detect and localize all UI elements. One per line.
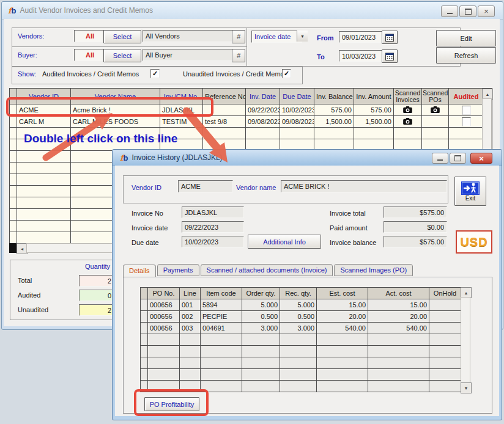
edit-button[interactable]: Edit bbox=[436, 30, 496, 46]
camera-icon bbox=[403, 118, 412, 125]
camera-icon bbox=[431, 106, 440, 113]
quantity-header: Quantity bbox=[85, 263, 110, 270]
table-row-empty bbox=[141, 369, 461, 381]
vendors-value-field[interactable]: All Vendors bbox=[143, 30, 237, 42]
total-label: Total bbox=[18, 277, 32, 284]
buyer-count-button[interactable]: # bbox=[232, 49, 245, 62]
col-inv-balance[interactable]: Inv. Balance bbox=[314, 89, 354, 104]
unaudited-value: 2 bbox=[79, 304, 114, 316]
col-item-code[interactable]: Item code bbox=[201, 288, 242, 299]
col-line[interactable]: Line bbox=[180, 288, 201, 299]
invoice-row-carl[interactable]: CARL M CARL MILES FOODS TESTIM test 9/8 … bbox=[10, 116, 492, 128]
to-date-field[interactable]: 10/03/2023 bbox=[339, 50, 385, 62]
po-scrollbar-track[interactable] bbox=[461, 297, 470, 384]
buyer-select-button[interactable]: Select bbox=[103, 49, 141, 62]
col-due-date[interactable]: Due Date bbox=[280, 89, 314, 104]
calendar-icon bbox=[385, 53, 394, 60]
vendors-select-button[interactable]: Select bbox=[103, 30, 141, 43]
vendor-name-field: ACME BRICK ! bbox=[281, 180, 447, 192]
vendor-id-label: Vendor ID bbox=[132, 184, 161, 191]
po-profitability-button[interactable]: PO Profitability bbox=[144, 397, 199, 411]
col-act-cost[interactable]: Act. cost bbox=[368, 288, 429, 299]
col-vendor-id[interactable]: Vendor ID bbox=[17, 89, 71, 104]
vendors-label: Vendors: bbox=[18, 32, 44, 40]
col-order-qty[interactable]: Order qty. bbox=[242, 288, 280, 299]
audited-checkbox-label: Audited Invoices / Credit Memos bbox=[42, 70, 139, 78]
unaudited-label: Unaudited bbox=[18, 306, 48, 313]
refresh-button[interactable]: Refresh bbox=[436, 47, 496, 64]
buyer-all-indicator: All bbox=[74, 49, 106, 61]
po-row[interactable]: 000656 001 5894 5.000 5.000 15.00 15.00 bbox=[141, 299, 461, 311]
unaudited-checkbox[interactable]: ✓ bbox=[282, 69, 291, 78]
invoice-balance-label: Invoice balance bbox=[330, 239, 376, 246]
scroll-up-icon: ▲ bbox=[464, 291, 469, 295]
minimize-button[interactable] bbox=[441, 5, 458, 17]
screen: fb Audit Vendor Invoices and Credit Memo… bbox=[0, 0, 504, 424]
maximize-icon bbox=[454, 155, 461, 161]
scroll-down-icon: ▼ bbox=[464, 386, 469, 390]
from-calendar-button[interactable] bbox=[382, 31, 398, 44]
tab-payments[interactable]: Payments bbox=[157, 264, 199, 276]
po-table-header-row: PO No. Line Item code Order qty. Rec. qt… bbox=[141, 288, 461, 299]
col-inv-cm-no[interactable]: Inv./CM No. bbox=[160, 89, 203, 104]
buyer-value-field[interactable]: All Buyer bbox=[143, 49, 237, 61]
audited-checkbox[interactable]: ✓ bbox=[150, 69, 160, 78]
invoice-total-field: $575.00 bbox=[384, 207, 447, 218]
to-calendar-button[interactable] bbox=[382, 49, 398, 63]
dialog-title: Invoice History (JDLASJKL) bbox=[132, 153, 223, 162]
dialog-title-bar: fb Invoice History (JDLASJKL) × bbox=[113, 150, 502, 166]
tab-scanned-documents-invoice[interactable]: Scanned / attached documents (Invoice) bbox=[201, 264, 333, 276]
exit-door-icon bbox=[461, 181, 480, 195]
col-onhold[interactable]: OnHold bbox=[429, 288, 461, 299]
invoice-no-label: Invoice No bbox=[132, 210, 163, 217]
table-row-empty bbox=[141, 346, 461, 357]
close-icon: × bbox=[484, 7, 489, 16]
calendar-icon bbox=[385, 34, 394, 42]
po-row[interactable]: 000656 003 004691 3.000 3.000 540.00 540… bbox=[141, 323, 461, 334]
maximize-button[interactable] bbox=[459, 5, 476, 17]
vendor-id-field: ACME bbox=[178, 180, 233, 192]
app-logo: fb bbox=[120, 153, 132, 163]
col-est-cost[interactable]: Est. cost bbox=[317, 288, 368, 299]
camera-icon bbox=[403, 106, 412, 113]
additional-info-button[interactable]: Additional Info bbox=[248, 235, 321, 249]
invoice-history-dialog: fb Invoice History (JDLASJKL) × Vendor I… bbox=[112, 149, 502, 420]
col-audited[interactable]: Audited bbox=[449, 89, 484, 104]
paid-amount-label: Paid amount bbox=[330, 224, 368, 232]
col-po-no[interactable]: PO No. bbox=[148, 288, 180, 299]
col-scanned-invoices[interactable]: Scanned Invoices bbox=[394, 89, 422, 104]
to-label: To bbox=[317, 53, 325, 60]
exit-button[interactable]: Exit bbox=[454, 177, 486, 206]
col-scanned-pos[interactable]: Scanned POs bbox=[422, 89, 449, 104]
from-date-field[interactable]: 09/01/2023 bbox=[339, 31, 385, 43]
vendors-count-button[interactable]: # bbox=[232, 30, 245, 43]
po-scroll-down-button[interactable]: ▼ bbox=[461, 382, 472, 393]
close-icon: × bbox=[479, 154, 484, 163]
scroll-up-icon: ▲ bbox=[486, 92, 490, 97]
close-button[interactable]: × bbox=[478, 5, 495, 17]
maximize-icon bbox=[465, 9, 472, 15]
from-label: From bbox=[317, 34, 334, 42]
vendors-all-indicator: All bbox=[74, 30, 106, 42]
chevron-down-icon: ▼ bbox=[300, 34, 305, 38]
grid-corner-block bbox=[9, 243, 17, 253]
date-type-combo[interactable]: Invoice date bbox=[251, 31, 302, 43]
col-inv-date[interactable]: Inv. Date bbox=[246, 89, 280, 104]
invoice-row-acme[interactable]: ACME Acme Brick ! JDLASJKL 09/22/2023 10… bbox=[10, 104, 492, 116]
col-rec-qty[interactable]: Rec. qty. bbox=[280, 288, 317, 299]
audited-row-checkbox[interactable] bbox=[462, 106, 471, 115]
col-inv-amount[interactable]: Inv. Amount bbox=[354, 89, 394, 104]
col-vendor-name[interactable]: Vendor Name bbox=[71, 89, 160, 104]
dialog-maximize-button[interactable] bbox=[450, 153, 466, 164]
date-type-combo-button[interactable]: ▼ bbox=[297, 31, 308, 42]
col-reference-no[interactable]: Reference No. bbox=[203, 89, 246, 104]
dialog-minimize-button[interactable] bbox=[432, 153, 448, 164]
app-logo: fb bbox=[8, 6, 20, 15]
paid-amount-field: $0.00 bbox=[384, 221, 447, 233]
tab-scanned-images-po[interactable]: Scanned Images (PO) bbox=[334, 264, 413, 276]
dialog-close-button[interactable]: × bbox=[470, 153, 492, 164]
table-row-empty bbox=[10, 128, 492, 139]
tab-details[interactable]: Details bbox=[123, 265, 156, 277]
audited-row-checkbox[interactable] bbox=[462, 117, 471, 126]
po-row[interactable]: 000656 002 PECPIE 0.500 0.500 20.00 20.0… bbox=[141, 311, 461, 323]
